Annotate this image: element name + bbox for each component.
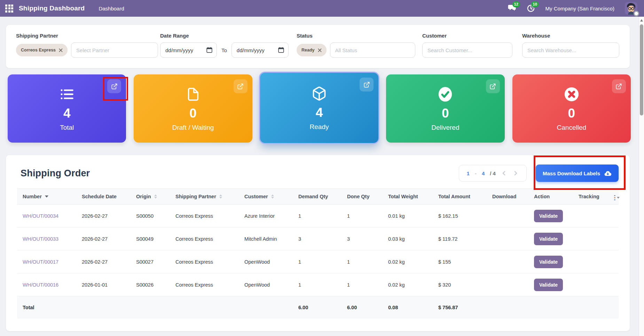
company-switcher[interactable]: My Company (San Francisco) [545,6,614,11]
remove-tag-icon[interactable] [59,48,63,52]
stat-card-cancelled[interactable]: 0 Cancelled [512,74,631,143]
cell-demand-qty: 1 [293,205,341,227]
cell-schedule-date: 2026-02-27 [76,250,131,273]
stat-card-delivered[interactable]: 0 Delivered [386,74,504,143]
cell-origin: S00049 [131,227,170,250]
column-header-customer[interactable]: Customer [239,189,293,205]
table-row: WH/OUT/00034 2026-02-27 S00050 Correos E… [17,205,619,227]
cell-total-weight: 0.03 kg [383,227,433,250]
cell-done-qty: 1 [341,250,383,273]
user-avatar[interactable] [625,2,637,15]
column-header-options [608,189,619,205]
activities-button[interactable]: 10 [527,4,535,13]
filter-label: Date Range [160,33,289,39]
filter-warehouse: Warehouse [522,33,619,58]
list-icon [59,87,75,101]
filter-customer: Customer [422,33,512,58]
table-header-row: Number Schedule Date Origin Shipping Par… [17,189,619,205]
cell-total-amount: $ 155 [433,250,487,273]
status-tag[interactable]: Ready [297,44,327,56]
date-from-input[interactable] [160,42,217,58]
cell-download [487,273,528,296]
x-circle-icon [564,86,580,102]
table-row: WH/OUT/00017 2026-02-27 S00027 Correos E… [17,250,619,273]
stat-value: 4 [316,106,323,119]
menu-dashboard[interactable]: Dashboard [97,3,125,14]
cell-origin: S00027 [131,250,170,273]
cell-action: Validate [528,273,573,296]
stat-label: Cancelled [557,124,587,131]
mass-download-labels-button[interactable]: Mass Download Labels [536,165,619,182]
cell-demand-qty: 3 [293,227,341,250]
cell-action: Validate [528,250,573,273]
order-number-link[interactable]: WH/OUT/00017 [23,259,58,265]
cell-customer: OpenWood [239,273,293,296]
filter-date-range: Date Range To [160,33,289,58]
messages-button[interactable]: 12 [508,4,516,13]
sort-icon [271,194,274,199]
filter-label: Customer [422,33,512,39]
open-external-button[interactable] [360,78,374,91]
column-header-total-amount: Total Amount [433,189,487,205]
column-header-origin[interactable]: Origin [131,189,170,205]
messages-count-badge: 12 [512,1,520,7]
sort-icon [154,194,157,199]
date-to-input[interactable] [231,42,289,58]
cell-demand-qty: 1 [293,250,341,273]
order-number-link[interactable]: WH/OUT/00016 [23,282,58,288]
stat-card-draft-waiting[interactable]: 0 Draft / Waiting [134,74,252,143]
cell-shipping-partner: Correos Express [170,273,239,296]
page-scrollbar[interactable] [639,17,644,336]
scrollbar-up-arrow-icon[interactable] [640,19,643,22]
cell-tracking [573,205,608,227]
open-external-button[interactable] [612,79,626,93]
order-number-link[interactable]: WH/OUT/00034 [23,213,58,219]
warehouse-search-input[interactable] [522,42,619,58]
cell-customer: Azure Interior [239,205,293,227]
column-options-icon[interactable] [614,197,620,199]
total-demand-qty: 6.00 [293,296,341,319]
pagination-prev-button[interactable] [501,170,507,177]
orders-title: Shipping Order [21,168,90,179]
open-external-button[interactable] [107,79,121,93]
table-total-row: Total 6.00 6.00 0.08 $ 756.87 [17,296,619,319]
cell-customer: OpenWood [239,250,293,273]
status-input[interactable] [330,42,415,58]
total-weight: 0.08 [383,296,433,319]
open-external-button[interactable] [486,79,500,93]
stat-card-total[interactable]: 4 Total [8,74,126,143]
filter-status: Status Ready [297,33,415,58]
apps-menu-icon[interactable] [5,5,13,13]
shipping-partner-tag[interactable]: Correos Express [16,44,68,56]
stat-card-ready[interactable]: 4 Ready [260,73,378,143]
pagination-separator: - [475,170,477,176]
order-number-link[interactable]: WH/OUT/00033 [23,236,58,242]
shipping-partner-input[interactable] [71,42,158,58]
validate-button[interactable]: Validate [534,279,563,291]
shipping-dashboard-screen: Shipping Dashboard Dashboard 12 10 My Co… [0,0,644,336]
date-range-to-label: To [220,47,228,53]
column-header-shipping-partner[interactable]: Shipping Partner [170,189,239,205]
stat-value: 0 [568,107,575,120]
orders-table-body: WH/OUT/00034 2026-02-27 S00050 Correos E… [17,205,619,296]
external-link-icon [363,81,370,88]
check-circle-icon [437,86,453,102]
stat-label: Ready [310,123,329,131]
column-header-number[interactable]: Number [17,189,76,205]
validate-button[interactable]: Validate [534,210,563,222]
pagination-next-button[interactable] [512,170,519,177]
validate-button[interactable]: Validate [534,256,563,268]
cell-total-amount: $ 119.72 [433,227,487,250]
cell-download [487,227,528,250]
validate-button[interactable]: Validate [534,233,563,245]
pagination-start: 1 [467,170,470,176]
scrollbar-thumb[interactable] [640,24,643,115]
filter-label: Shipping Partner [16,33,158,39]
customer-search-input[interactable] [422,42,512,58]
open-external-button[interactable] [234,79,248,93]
remove-tag-icon[interactable] [318,48,322,52]
user-status-dot [634,11,639,16]
cell-action: Validate [528,205,573,227]
cell-done-qty: 1 [341,273,383,296]
cell-download [487,205,528,227]
